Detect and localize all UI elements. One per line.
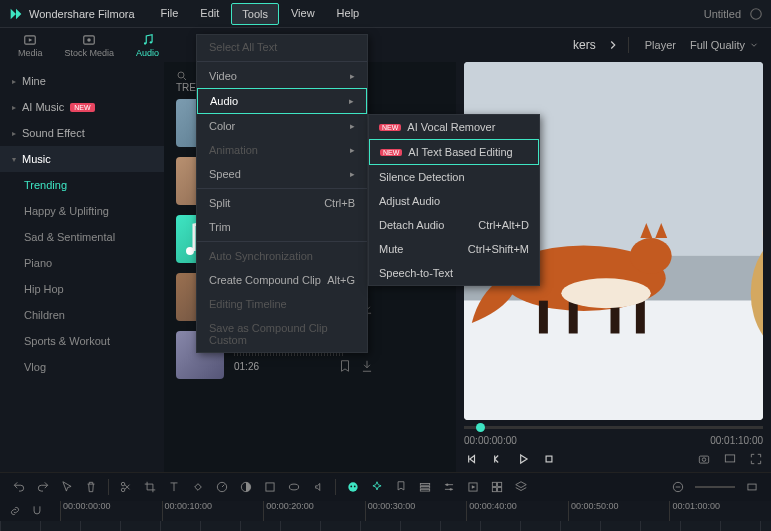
menu-tools[interactable]: Tools xyxy=(231,3,279,25)
prev-icon[interactable] xyxy=(464,452,478,466)
marker-icon[interactable] xyxy=(394,480,408,494)
menu-select-all-text: Select All Text xyxy=(197,35,367,59)
layers-icon[interactable] xyxy=(514,480,528,494)
sidebar-item-sound-effect[interactable]: ▸Sound Effect xyxy=(0,120,164,146)
track-icon[interactable] xyxy=(418,480,432,494)
delete-icon[interactable] xyxy=(84,480,98,494)
svg-rect-29 xyxy=(725,455,734,462)
toolbar-right: kers xyxy=(573,38,620,52)
submenu-adjust-audio[interactable]: Adjust Audio xyxy=(369,189,539,213)
menu-edit[interactable]: Edit xyxy=(190,3,229,25)
sidebar-item-music[interactable]: ▾Music xyxy=(0,146,164,172)
chevron-right-icon[interactable] xyxy=(606,38,620,52)
quality-select[interactable]: Full Quality xyxy=(690,39,759,51)
effects-icon[interactable] xyxy=(263,480,277,494)
sidebar-item-mine[interactable]: ▸Mine xyxy=(0,68,164,94)
menu-label: Speed xyxy=(209,168,241,180)
color-icon[interactable] xyxy=(239,480,253,494)
sidebar-sub-happy[interactable]: Happy & Uplifting xyxy=(0,198,164,224)
slider-thumb[interactable] xyxy=(476,423,485,432)
speed-icon[interactable] xyxy=(215,480,229,494)
mask-icon[interactable] xyxy=(287,480,301,494)
menu-video[interactable]: Video▸ xyxy=(197,64,367,88)
sidebar-item-label: Mine xyxy=(22,75,46,87)
new-badge: NEW xyxy=(379,124,401,131)
project-title[interactable]: Untitled xyxy=(704,8,741,20)
crop-icon[interactable] xyxy=(143,480,157,494)
sidebar-sub-trending[interactable]: Trending xyxy=(0,172,164,198)
text-icon[interactable] xyxy=(167,480,181,494)
zoom-slider[interactable] xyxy=(695,486,735,488)
svg-point-9 xyxy=(186,247,194,255)
timecode: 00:00:00:00 xyxy=(60,501,162,521)
zoom-out-icon[interactable] xyxy=(671,480,685,494)
submenu-mute[interactable]: MuteCtrl+Shift+M xyxy=(369,237,539,261)
cloud-icon[interactable] xyxy=(749,7,763,21)
menu-color[interactable]: Color▸ xyxy=(197,114,367,138)
menu-view[interactable]: View xyxy=(281,3,325,25)
sidebar-sub-hiphop[interactable]: Hip Hop xyxy=(0,276,164,302)
sidebar-sub-sad[interactable]: Sad & Sentimental xyxy=(0,224,164,250)
tab-audio[interactable]: Audio xyxy=(130,31,165,60)
audio-submenu: NEWAI Vocal Remover NEWAI Text Based Edi… xyxy=(368,114,540,286)
sidebar-item-ai-music[interactable]: ▸AI MusicNEW xyxy=(0,94,164,120)
chevron-down-icon: ▾ xyxy=(12,155,16,164)
menu-speed[interactable]: Speed▸ xyxy=(197,162,367,186)
snap-icon[interactable] xyxy=(30,504,44,518)
menu-split[interactable]: SplitCtrl+B xyxy=(197,191,367,215)
menu-compound[interactable]: Create Compound ClipAlt+G xyxy=(197,268,367,292)
fullscreen-icon[interactable] xyxy=(749,452,763,466)
svg-line-8 xyxy=(184,78,187,81)
download-icon[interactable] xyxy=(360,359,374,373)
sidebar-sub-vlog[interactable]: Vlog xyxy=(0,354,164,380)
undo-icon[interactable] xyxy=(12,480,26,494)
display-icon[interactable] xyxy=(723,452,737,466)
search-icon xyxy=(176,70,188,82)
timecode: 00:01:00:00 xyxy=(669,501,771,521)
library-tabs: Media Stock Media Audio xyxy=(12,31,165,60)
chevron-right-icon: ▸ xyxy=(350,71,355,81)
menu-help[interactable]: Help xyxy=(327,3,370,25)
stop-icon[interactable] xyxy=(542,452,556,466)
sidebar-sub-sports[interactable]: Sports & Workout xyxy=(0,328,164,354)
render-icon[interactable] xyxy=(466,480,480,494)
submenu-speech-to-text[interactable]: Speech-to-Text xyxy=(369,261,539,285)
bookmark-icon[interactable] xyxy=(338,359,352,373)
redo-icon[interactable] xyxy=(36,480,50,494)
menu-save-compound: Save as Compound Clip Custom xyxy=(197,316,367,352)
audio-tool-icon[interactable] xyxy=(311,480,325,494)
submenu-detach-audio[interactable]: Detach AudioCtrl+Alt+D xyxy=(369,213,539,237)
link-icon[interactable] xyxy=(8,504,22,518)
ai-chat-icon[interactable] xyxy=(346,480,360,494)
sidebar-sub-piano[interactable]: Piano xyxy=(0,250,164,276)
menu-audio[interactable]: Audio▸ xyxy=(197,88,367,114)
grid-icon[interactable] xyxy=(490,480,504,494)
pointer-icon[interactable] xyxy=(60,480,74,494)
submenu-silence-detection[interactable]: Silence Detection xyxy=(369,165,539,189)
sidebar-sub-children[interactable]: Children xyxy=(0,302,164,328)
submenu-vocal-remover[interactable]: NEWAI Vocal Remover xyxy=(369,115,539,139)
snapshot-icon[interactable] xyxy=(697,452,711,466)
svg-point-30 xyxy=(121,482,125,486)
player-seek-slider[interactable] xyxy=(464,426,763,429)
play-icon[interactable] xyxy=(516,452,530,466)
ai-sparkle-icon[interactable] xyxy=(370,480,384,494)
adjust-icon[interactable] xyxy=(442,480,456,494)
tab-stock-media[interactable]: Stock Media xyxy=(59,31,121,60)
menu-file[interactable]: File xyxy=(151,3,189,25)
menu-label: AI Text Based Editing xyxy=(408,146,528,158)
timeline-track[interactable] xyxy=(0,521,771,531)
svg-point-39 xyxy=(354,486,356,488)
timecode: 00:00:20:00 xyxy=(263,501,365,521)
submenu-text-based-editing[interactable]: NEWAI Text Based Editing xyxy=(369,139,539,165)
tab-media[interactable]: Media xyxy=(12,31,49,60)
split-icon[interactable] xyxy=(119,480,133,494)
zoom-fit-icon[interactable] xyxy=(745,480,759,494)
library-toolbar: Media Stock Media Audio kers Player Full… xyxy=(0,28,771,62)
menu-label: Audio xyxy=(210,95,238,107)
timeline-ruler[interactable]: 00:00:00:00 00:00:10:00 00:00:20:00 00:0… xyxy=(60,501,771,521)
keyframe-icon[interactable] xyxy=(191,480,205,494)
step-back-icon[interactable] xyxy=(490,452,504,466)
timecode: 00:00:40:00 xyxy=(466,501,568,521)
menu-trim[interactable]: Trim xyxy=(197,215,367,239)
